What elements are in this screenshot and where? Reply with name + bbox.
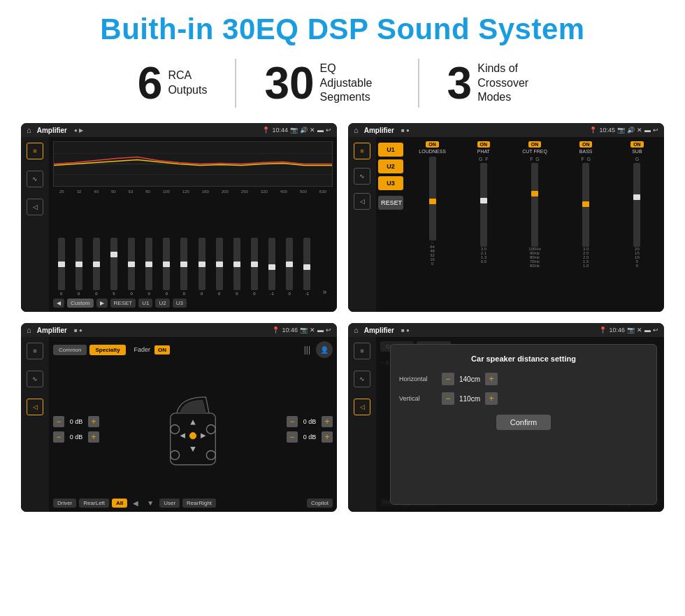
eq-thumb-8[interactable] [199,262,206,267]
eq-more-arrow[interactable]: » [317,288,333,296]
cross-thumb-cutfreq[interactable] [531,191,538,196]
stats-row: 6 RCAOutputs 30 EQ AdjustableSegments 3 … [21,59,664,108]
eq-track-2[interactable] [93,238,100,290]
eq-sidebar-eq-icon[interactable]: ≡ [27,143,43,159]
fader-sidebar-eq[interactable]: ≡ [27,343,43,359]
eq-thumb-4[interactable] [128,262,135,267]
fader-zone-user[interactable]: User [159,499,180,508]
dist-horizontal-plus[interactable]: + [485,373,498,385]
fader-zone-copilot[interactable]: Copilot [307,499,333,508]
eq-thumb-13[interactable] [286,262,293,267]
eq-sidebar-wave-icon[interactable]: ∿ [27,171,43,187]
dist-back-icon[interactable]: ↩ [653,327,658,334]
eq-thumb-0[interactable] [58,262,65,267]
eq-thumb-1[interactable] [75,262,82,267]
eq-track-0[interactable] [58,238,65,290]
fader-sidebar-speaker[interactable]: ◁ [27,399,43,415]
eq-preset-custom[interactable]: Custom [67,299,94,308]
cross-u3-btn[interactable]: U3 [378,176,403,190]
eq-thumb-7[interactable] [180,262,187,267]
eq-u1-btn[interactable]: U1 [138,299,152,308]
eq-thumb-2[interactable] [93,262,100,267]
fader-zone-rearleft[interactable]: RearLeft [79,499,109,508]
eq-track-5[interactable] [145,238,152,290]
cross-thumb-loudness[interactable] [429,199,436,204]
cross-back-icon[interactable]: ↩ [653,127,658,134]
eq-freq-200: 200 [222,189,229,194]
fader-minus-br[interactable]: − [287,431,298,443]
cross-track-loudness[interactable] [429,157,436,241]
eq-track-6[interactable] [163,238,170,290]
cross-eq-icon[interactable]: ≡ [354,143,370,159]
eq-track-14[interactable] [303,238,310,290]
eq-track-1[interactable] [75,238,82,290]
dist-home-icon[interactable]: ⌂ [354,326,359,334]
cross-u2-btn[interactable]: U2 [378,159,403,173]
fader-sidebar-wave[interactable]: ∿ [27,371,43,387]
eq-thumb-12[interactable] [268,264,275,270]
eq-thumb-3[interactable] [110,252,117,257]
fader-back-icon[interactable]: ↩ [326,327,331,334]
eq-thumb-11[interactable] [251,262,258,267]
eq-u3-btn[interactable]: U3 [173,299,187,308]
cross-main-area: U1 U2 U3 RESET ON LOUDNESS [376,137,664,312]
eq-track-11[interactable] [251,238,258,290]
fader-person-icon[interactable]: 👤 [316,341,333,358]
cross-thumb-phat[interactable] [480,198,487,203]
fader-plus-tr[interactable]: + [322,416,333,427]
eq-play-btn[interactable]: ▶ [96,299,108,308]
eq-thumb-5[interactable] [145,262,152,267]
cross-track-phat[interactable] [480,163,487,247]
fader-tab-specialty[interactable]: Specialty [89,345,125,355]
cross-track-cutfreq[interactable] [531,163,538,247]
dist-horizontal-minus[interactable]: − [442,373,454,385]
eq-track-7[interactable] [180,238,187,290]
dist-sidebar-speaker[interactable]: ◁ [354,399,370,415]
eq-thumb-9[interactable] [216,262,223,267]
fader-plus-br[interactable]: + [322,431,333,443]
eq-track-13[interactable] [286,238,293,290]
dist-vertical-plus[interactable]: + [485,392,498,405]
eq-thumb-6[interactable] [163,262,170,267]
fader-home-icon[interactable]: ⌂ [27,326,31,334]
eq-home-icon[interactable]: ⌂ [27,126,31,134]
eq-track-9[interactable] [216,238,223,290]
cross-speaker-icon[interactable]: ◁ [354,193,370,210]
fader-zone-rearright[interactable]: RearRight [182,499,216,508]
cross-thumb-sub[interactable] [633,194,640,200]
dist-confirm-button[interactable]: Confirm [496,415,551,430]
eq-thumb-10[interactable] [233,262,240,267]
fader-minus-tl[interactable]: − [53,416,64,427]
eq-prev-btn[interactable]: ◀ [53,299,64,308]
eq-track-8[interactable] [199,238,206,290]
dist-vertical-minus[interactable]: − [442,392,454,405]
cross-u1-btn[interactable]: U1 [378,143,403,157]
fader-plus-tl[interactable]: + [88,416,99,427]
fader-left-arrow[interactable]: ◀ [133,499,138,507]
fader-minus-tr[interactable]: − [287,416,298,427]
fader-zone-all[interactable]: All [112,499,127,508]
cross-track-sub[interactable] [633,163,640,247]
cross-wave-icon[interactable]: ∿ [354,168,370,185]
eq-sidebar-speaker-icon[interactable]: ◁ [27,199,43,215]
eq-track-3[interactable] [110,238,117,290]
eq-u2-btn[interactable]: U2 [155,299,169,308]
cross-track-bass[interactable] [582,163,589,247]
fader-plus-bl[interactable]: + [88,431,99,443]
eq-track-4[interactable] [128,238,135,290]
eq-back-icon[interactable]: ↩ [326,127,331,134]
fader-zone-driver[interactable]: Driver [53,499,76,508]
cross-thumb-bass[interactable] [582,201,589,207]
eq-thumb-14[interactable] [303,264,310,270]
dist-sidebar-eq[interactable]: ≡ [354,343,370,359]
cross-band-sub: ON SUB G 20151050 [613,141,661,308]
eq-track-12[interactable] [268,238,275,290]
eq-track-10[interactable] [233,238,240,290]
cross-reset-btn[interactable]: RESET [378,196,403,210]
dist-sidebar-wave[interactable]: ∿ [354,371,370,387]
fader-minus-bl[interactable]: − [53,431,64,443]
cross-home-icon[interactable]: ⌂ [354,126,359,134]
fader-tab-common[interactable]: Common [53,345,87,355]
fader-down-arrow[interactable]: ▼ [147,499,154,507]
eq-reset-btn[interactable]: RESET [110,299,136,308]
